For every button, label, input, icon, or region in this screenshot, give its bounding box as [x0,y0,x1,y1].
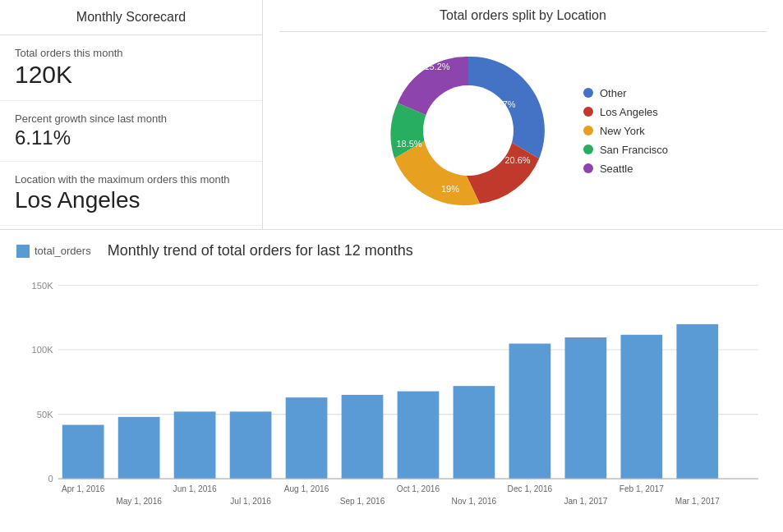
svg-text:Apr 1, 2016: Apr 1, 2016 [62,484,105,493]
legend-dot-other [583,88,593,98]
legend-new-york: New York [583,125,668,137]
svg-text:Aug 1, 2016: Aug 1, 2016 [284,484,329,493]
chart-legend-item: total_orders [16,245,91,258]
bar-legend-box [16,245,30,258]
bar-dec [509,344,551,479]
bar-feb [620,335,662,479]
legend-label-seattle: Seattle [600,163,633,175]
svg-text:100K: 100K [32,345,53,355]
svg-text:19%: 19% [441,184,459,194]
svg-text:Feb 1, 2017: Feb 1, 2017 [619,484,664,493]
legend-seattle: Seattle [583,163,668,175]
scorecard-title: Monthly Scorecard [0,0,262,35]
svg-text:May 1, 2016: May 1, 2016 [116,497,162,506]
bar-chart-svg: 150K 100K 50K 0 [16,268,767,524]
bar-mar [676,324,718,479]
total-orders-value: 120K [15,61,247,89]
scorecard-panel: Monthly Scorecard Total orders this mont… [0,0,263,229]
svg-text:20.6%: 20.6% [504,155,530,165]
svg-text:Nov 1, 2016: Nov 1, 2016 [452,497,497,506]
svg-text:Dec 1, 2016: Dec 1, 2016 [508,484,553,493]
legend-dot-new-york [583,126,593,135]
bar-jul [230,411,272,479]
bar-chart-panel: total_orders Monthly trend of total orde… [0,230,783,532]
svg-text:50K: 50K [37,410,53,420]
legend-dot-los-angeles [583,107,593,117]
bar-jan [565,337,607,479]
bar-nov [454,386,495,479]
max-location-section: Location with the maximum orders this mo… [0,162,262,226]
total-orders-label: Total orders this month [15,47,247,59]
bar-chart-title: Monthly trend of total orders for last 1… [108,242,413,259]
max-location-value: Los Angeles [15,187,247,213]
legend-label-los-angeles: Los Angeles [600,106,658,118]
donut-chart: 26.7% 20.6% 19% 18.5% 15.2% [378,40,559,221]
legend-other: Other [583,87,668,99]
bar-jun [174,411,216,479]
svg-text:Jun 1, 2016: Jun 1, 2016 [173,484,217,493]
donut-panel: Total orders split by Location [263,0,783,229]
donut-content: 26.7% 20.6% 19% 18.5% 15.2% Other Los An [279,40,767,221]
svg-text:Mar 1, 2017: Mar 1, 2017 [675,497,720,506]
legend-label-other: Other [600,87,627,99]
legend-dot-seattle [583,163,593,173]
bar-apr [62,425,104,479]
svg-text:Jan 1, 2017: Jan 1, 2017 [564,497,607,506]
svg-text:Oct 1, 2016: Oct 1, 2016 [397,484,440,493]
donut-title: Total orders split by Location [279,8,767,32]
max-location-label: Location with the maximum orders this mo… [15,173,247,186]
svg-text:150K: 150K [32,281,53,291]
svg-text:26.7%: 26.7% [490,99,515,109]
svg-text:0: 0 [48,474,53,484]
bar-aug [286,397,328,479]
growth-section: Percent growth since last month 6.11% [0,101,262,162]
top-row: Monthly Scorecard Total orders this mont… [0,0,783,230]
total-orders-section: Total orders this month 120K [0,35,262,101]
dashboard: Monthly Scorecard Total orders this mont… [0,0,783,532]
legend-label-new-york: New York [600,125,645,137]
bar-sep [342,395,384,479]
bar-legend-label: total_orders [35,245,91,257]
svg-text:18.5%: 18.5% [396,139,421,149]
bar-oct [398,392,440,479]
donut-legend: Other Los Angeles New York San Francisco [583,87,668,175]
legend-los-angeles: Los Angeles [583,106,668,118]
legend-dot-san-francisco [583,144,593,154]
svg-text:Sep 1, 2016: Sep 1, 2016 [340,497,385,506]
svg-text:Jul 1, 2016: Jul 1, 2016 [230,497,271,506]
chart-header: total_orders Monthly trend of total orde… [16,242,767,259]
legend-label-san-francisco: San Francisco [600,144,668,156]
bar-chart-container: 150K 100K 50K 0 [16,268,767,524]
bar-may [118,417,160,479]
svg-text:15.2%: 15.2% [424,62,449,71]
growth-label: Percent growth since last month [15,112,247,125]
legend-san-francisco: San Francisco [583,144,668,156]
growth-value: 6.11% [15,126,247,149]
